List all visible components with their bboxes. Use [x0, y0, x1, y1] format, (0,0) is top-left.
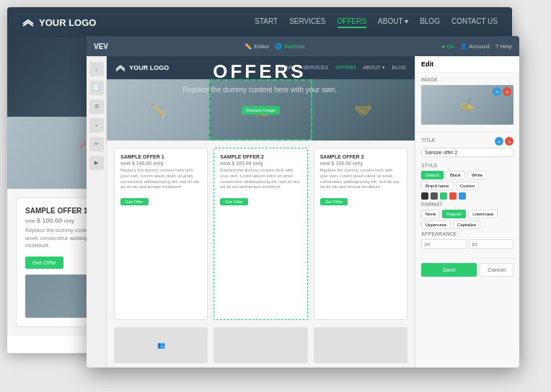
hero-title: OFFERS [213, 61, 306, 83]
inner-offer-btn-3[interactable]: Get Offer [320, 198, 348, 205]
inner-price-2: now $ 100.00 only [220, 161, 301, 166]
inner-bottom-grid: 👥 [107, 327, 415, 368]
inner-nav-offers[interactable]: OFFERS [335, 65, 356, 71]
inner-card-3[interactable]: SAMPLE OFFER 3 now $ 100.00 only Replace… [314, 148, 407, 320]
cms-main-area: ↕ 📄 ☰ + ✏ ▶ YOUR LOGO START SERVICES [87, 56, 519, 368]
color-swatches [421, 192, 513, 200]
format-upper-btn[interactable]: Uppercase [421, 220, 451, 229]
swatch-red[interactable] [449, 192, 457, 200]
save-button[interactable]: Save [421, 263, 477, 277]
edit-panel: Edit IMAGE ✏ ✕ ✍️ TITLE ✏ [415, 56, 519, 368]
edit-image-preview[interactable]: ✏ ✕ ✍️ [421, 85, 513, 125]
inner-bottom-img-1: 👥 [114, 327, 208, 363]
style-black-btn[interactable]: Black [446, 171, 465, 179]
inner-bottom-img-2 [213, 327, 307, 363]
cms-status: ● On [441, 43, 454, 50]
cms-logo: VEV [94, 43, 108, 50]
cms-pages-icon[interactable]: 📄 [89, 81, 104, 95]
edit-title-label: TITLE [421, 138, 435, 143]
cms-account-btn[interactable]: 👤 Account [460, 43, 490, 50]
cms-add-icon[interactable]: + [89, 118, 104, 133]
main-nav: YOUR LOGO START SERVICES OFFERS ABOUT ▾ … [7, 7, 512, 37]
inner-text-1: Replace the dummy content here with your… [120, 168, 201, 190]
edit-image-edit-btn[interactable]: ✏ [493, 87, 501, 96]
inner-bottom-img-3 [314, 327, 407, 363]
style-default-btn[interactable]: Default [421, 171, 444, 179]
inner-offer-btn-2[interactable]: Get Offer [220, 198, 248, 205]
cms-editor-btn[interactable]: ✏️ Editor [244, 43, 269, 50]
cms-edit-icon[interactable]: ✏ [89, 137, 104, 151]
title-delete-btn[interactable]: ✕ [505, 137, 513, 146]
style-custom-btn[interactable]: Custom [456, 182, 480, 190]
inner-offer-btn-1[interactable]: Get Offer [120, 198, 149, 205]
inner-text-3: Replace the dummy content here with your… [320, 168, 401, 190]
save-cancel-row: Save Cancel [415, 259, 519, 281]
format-label: FORMAT [421, 202, 513, 207]
cancel-button[interactable]: Cancel [480, 263, 513, 277]
style-brand-btn[interactable]: Brand name [421, 182, 454, 190]
size-input[interactable] [421, 239, 467, 249]
replace-image-btn[interactable]: Replace Image [242, 106, 279, 115]
swatch-dark[interactable] [421, 192, 428, 200]
nav-offers[interactable]: OFFERS [338, 17, 367, 28]
nav-services[interactable]: SERVICES [289, 17, 325, 28]
style-white-btn[interactable]: White [467, 171, 487, 179]
inner-card-title-1: SAMPLE OFFER 1 [120, 154, 201, 159]
cms-preview-icon[interactable]: ▶ [89, 156, 104, 170]
cms-content-area: YOUR LOGO START SERVICES OFFERS ABOUT ▾ … [107, 56, 415, 368]
swatch-gray[interactable] [431, 192, 438, 200]
inner-price-1: now $ 100.00 only [120, 161, 201, 166]
inner-nav-services[interactable]: SERVICES [303, 65, 328, 71]
spacing-input[interactable] [469, 239, 514, 249]
format-none-btn[interactable]: None [421, 210, 440, 218]
inner-card-2[interactable]: SAMPLE OFFER 2 now $ 100.00 only Replace… [213, 148, 307, 320]
inner-nav-about[interactable]: ABOUT ▾ [363, 65, 385, 71]
inner-card-1[interactable]: SAMPLE OFFER 1 now $ 100.00 only Replace… [114, 148, 208, 320]
inner-cards: SAMPLE OFFER 1 now $ 100.00 only Replace… [107, 141, 415, 327]
inner-logo: YOUR LOGO [115, 64, 169, 72]
get-offer-btn-1[interactable]: Get Offer [25, 257, 63, 269]
edit-image-section: IMAGE ✏ ✕ ✍️ [415, 73, 519, 133]
cms-help-btn[interactable]: ? Help [495, 43, 512, 50]
style-label: STYLE [421, 163, 513, 168]
main-nav-links: START SERVICES OFFERS ABOUT ▾ BLOG CONTA… [255, 17, 498, 28]
cms-website-btn[interactable]: 🌐 Website [275, 43, 305, 50]
nav-contact[interactable]: CONTACT US [451, 17, 498, 28]
inner-card-title-3: SAMPLE OFFER 3 [320, 154, 401, 159]
appearance-fields [421, 239, 513, 251]
inner-card-title-2: SAMPLE OFFER 2 [220, 154, 301, 159]
edit-image-title: IMAGE [421, 77, 513, 82]
main-logo: YOUR LOGO [22, 17, 96, 28]
title-input[interactable] [421, 148, 513, 157]
cms-move-icon[interactable]: ↕ [89, 62, 104, 76]
appearance-label: APPEARANCE [421, 231, 513, 236]
format-capitalize-btn[interactable]: Capitalize [453, 220, 480, 229]
hero-subtitle: Replace the dummy content here with your… [182, 86, 337, 94]
nav-about[interactable]: ABOUT ▾ [378, 17, 408, 28]
style-options: Default Black White Brand name Custom [421, 171, 513, 190]
format-regular-btn[interactable]: Regular [442, 210, 466, 218]
edit-title-section: TITLE ✏ ✕ STYLE Default Black White Bran… [415, 133, 519, 259]
title-field-actions: ✏ ✕ [495, 137, 513, 146]
cms-toolbar: VEV ✏️ Editor 🌐 Website ● On 👤 Account ?… [87, 36, 519, 56]
nav-start[interactable]: START [255, 17, 278, 28]
cms-toolbar-actions: ✏️ Editor 🌐 Website [244, 43, 305, 50]
inner-price-3: now $ 100.00 only [320, 161, 401, 166]
format-options: None Regular Lowercase Uppercase Capital… [421, 210, 513, 229]
swatch-green[interactable] [440, 192, 447, 200]
inner-text-2: Replace the dummy content here with your… [220, 168, 301, 190]
edit-image-delete-btn[interactable]: ✕ [503, 87, 511, 96]
title-edit-btn[interactable]: ✏ [495, 137, 503, 146]
edit-image-actions: ✏ ✕ [493, 87, 511, 96]
cms-sidebar: ↕ 📄 ☰ + ✏ ▶ [87, 56, 107, 368]
format-lower-btn[interactable]: Lowercase [468, 210, 498, 218]
nav-blog[interactable]: BLOG [420, 17, 440, 28]
inner-nav-blog[interactable]: BLOG [392, 65, 406, 71]
cms-layers-icon[interactable]: ☰ [89, 99, 104, 114]
edit-panel-header: Edit [415, 56, 519, 73]
cms-status-actions: ● On 👤 Account ? Help [441, 43, 512, 50]
swatch-blue[interactable] [459, 192, 466, 200]
